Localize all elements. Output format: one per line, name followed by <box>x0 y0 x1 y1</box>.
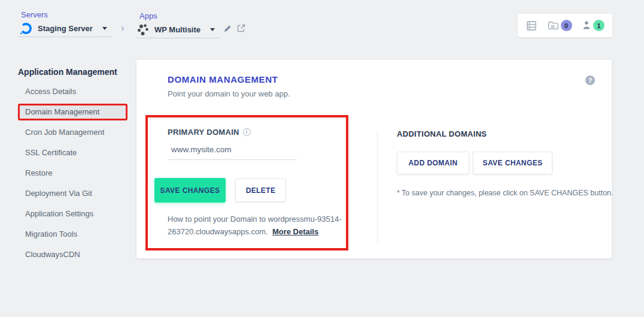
domain-help-text: How to point your Domain to wordpressmu-… <box>168 213 353 238</box>
section-divider <box>377 131 378 243</box>
team-person-icon[interactable]: 1 <box>581 20 604 31</box>
sidebar-heading: Application Management <box>18 67 117 77</box>
sidebar-item-access-details[interactable]: Access Details <box>18 83 127 100</box>
apps-label: Apps <box>139 11 157 20</box>
more-details-link[interactable]: More Details <box>272 227 318 236</box>
additional-save-changes-button[interactable]: SAVE CHANGES <box>473 152 552 174</box>
domain-management-card: DOMAIN MANAGEMENT Point your domain to y… <box>136 60 612 258</box>
breadcrumb-chevron-icon: › <box>121 22 124 34</box>
digitalocean-icon <box>20 22 32 35</box>
app-name: WP Multisite <box>154 25 201 34</box>
primary-domain-input[interactable] <box>168 143 297 160</box>
servers-list-icon[interactable] <box>525 20 537 32</box>
add-domain-button[interactable]: ADD DOMAIN <box>397 152 469 174</box>
sidebar-item-application-settings[interactable]: Application Settings <box>18 206 127 222</box>
app-selector[interactable]: WP Multisite <box>136 22 219 38</box>
sidebar-item-deployment-via-git[interactable]: Deployment Via Git <box>18 185 127 202</box>
projects-folder-icon[interactable]: 0 <box>547 19 572 32</box>
help-icon[interactable]: ? <box>585 76 595 85</box>
info-icon[interactable]: i <box>243 128 251 136</box>
header-toolbar: 0 1 <box>518 14 612 37</box>
chevron-down-icon <box>102 27 107 30</box>
save-changes-button[interactable]: SAVE CHANGES <box>154 178 226 203</box>
application-management-nav: Access Details Domain Management Cron Jo… <box>0 83 136 267</box>
cloudways-app-page: Servers Staging Server › Apps <box>0 0 644 317</box>
sidebar-item-cron-job-management[interactable]: Cron Job Management <box>18 124 127 141</box>
server-name: Staging Server <box>38 24 93 33</box>
sidebar-item-cloudwayscdn[interactable]: CloudwaysCDN <box>18 246 127 263</box>
projects-count-badge: 0 <box>561 20 572 31</box>
servers-label: Servers <box>21 10 48 19</box>
chevron-down-icon <box>210 28 215 31</box>
page-subtitle: Point your domain to your web app. <box>168 89 290 98</box>
edit-app-pencil-icon[interactable] <box>223 24 232 33</box>
sidebar-item-domain-management[interactable]: Domain Management <box>18 104 127 120</box>
page-title: DOMAIN MANAGEMENT <box>168 74 278 84</box>
delete-button[interactable]: DELETE <box>235 179 286 202</box>
team-count-badge: 1 <box>593 20 604 31</box>
wp-multisite-icon <box>136 23 150 37</box>
open-app-external-link-icon[interactable] <box>236 23 246 33</box>
primary-domain-label: PRIMARY DOMAIN i <box>168 128 251 137</box>
sidebar-item-ssl-certificate[interactable]: SSL Certificate <box>18 144 127 161</box>
sidebar-item-restore[interactable]: Restore <box>18 165 127 182</box>
server-selector[interactable]: Staging Server <box>18 20 113 37</box>
primary-domain-label-text: PRIMARY DOMAIN <box>168 128 239 137</box>
additional-domains-label: ADDITIONAL DOMAINS <box>397 129 487 138</box>
additional-domains-note: * To save your changes, please click on … <box>397 189 613 197</box>
sidebar-item-migration-tools[interactable]: Migration Tools <box>18 226 127 243</box>
